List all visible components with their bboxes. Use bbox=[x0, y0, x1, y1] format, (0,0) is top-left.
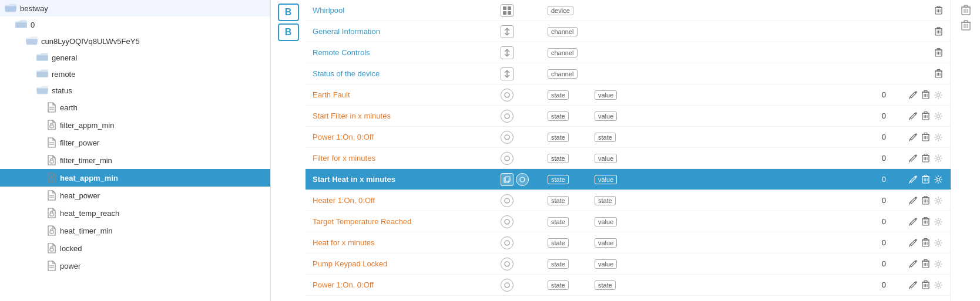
tree-item-bestway[interactable]: bestway bbox=[0, 0, 270, 16]
tree-item-locked[interactable]: locked bbox=[0, 239, 270, 257]
delete-button-filter_timer_min_row[interactable] bbox=[921, 153, 931, 164]
row-sub-heat_appm_min_row: value bbox=[595, 175, 642, 184]
row-type-heat_temp_reach_row: state bbox=[548, 217, 595, 226]
tree-item-0[interactable]: 0 bbox=[0, 16, 270, 33]
state-icon bbox=[501, 258, 514, 270]
gear-button-power_row[interactable] bbox=[933, 280, 944, 290]
main-row-filter_appm_min_row[interactable]: Start Filter in x minutes statevalue0 bbox=[306, 106, 951, 127]
tree-item-heat_temp_reach[interactable]: heat_temp_reach bbox=[0, 204, 270, 222]
delete-button-whirlpool[interactable] bbox=[934, 5, 944, 16]
edit-button-power_row[interactable] bbox=[908, 280, 918, 290]
svg-line-120 bbox=[909, 266, 910, 268]
delete-button-general_info[interactable] bbox=[934, 26, 944, 37]
tree-item-filter_timer_min[interactable]: filter_timer_min bbox=[0, 151, 270, 169]
main-row-earth_row[interactable]: Earth Fault statevalue0 bbox=[306, 84, 951, 106]
row-actions-locked_row bbox=[891, 258, 944, 269]
row-label-status_device: Status of the device bbox=[313, 69, 380, 78]
tree-item-earth[interactable]: earth bbox=[0, 99, 270, 116]
b-buttons-panel: B B bbox=[270, 0, 306, 301]
b-button-1[interactable]: B bbox=[278, 4, 299, 21]
top-delete-btn-1[interactable] bbox=[960, 4, 972, 16]
row-sub-heat_power_row: state bbox=[595, 196, 642, 205]
edit-button-filter_power_row[interactable] bbox=[908, 132, 918, 143]
svg-rect-20 bbox=[937, 6, 940, 8]
main-row-status_device[interactable]: Status of the device channel bbox=[306, 63, 951, 84]
edit-button-heat_temp_reach_row[interactable] bbox=[908, 217, 918, 227]
svg-rect-17 bbox=[508, 11, 511, 15]
main-row-heat_appm_min_row[interactable]: Start Heat in x minutes statevalue0 bbox=[306, 169, 951, 190]
delete-button-status_device[interactable] bbox=[934, 68, 944, 79]
row-type-heat_timer_min_row: state bbox=[548, 238, 595, 248]
b-button-2[interactable]: B bbox=[278, 23, 299, 41]
delete-button-heat_timer_min_row[interactable] bbox=[921, 237, 931, 248]
delete-button-heat_temp_reach_row[interactable] bbox=[921, 216, 931, 227]
type-badge-status_device: channel bbox=[548, 69, 578, 79]
delete-button-heat_power_row[interactable] bbox=[921, 195, 931, 206]
tree-item-filter_appm_min[interactable]: filter_appm_min bbox=[0, 116, 270, 134]
main-row-filter_timer_min_row[interactable]: Filter for x minutes statevalue0 bbox=[306, 148, 951, 169]
sub-badge-filter_power_row: state bbox=[595, 133, 616, 142]
main-row-general_info[interactable]: General Information channel bbox=[306, 21, 951, 42]
delete-button-filter_power_row[interactable] bbox=[921, 131, 931, 143]
tree-item-heat_appm_min[interactable]: heat_appm_min bbox=[0, 169, 270, 187]
gear-button-filter_appm_min_row[interactable] bbox=[933, 111, 944, 121]
row-actions-filter_appm_min_row bbox=[891, 110, 944, 121]
channel-icon bbox=[501, 46, 514, 59]
gear-button-earth_row[interactable] bbox=[933, 90, 944, 100]
gear-button-heat_timer_min_row[interactable] bbox=[933, 238, 944, 248]
tree-item-power[interactable]: power bbox=[0, 257, 270, 275]
top-delete-btn-2[interactable] bbox=[960, 19, 972, 32]
tree-item-cun8LyyOQIVq8ULWv5FeY5[interactable]: cun8LyyOQIVq8ULWv5FeY5 bbox=[0, 33, 270, 49]
main-row-heat_timer_min_row[interactable]: Heat for x minutes statevalue0 bbox=[306, 232, 951, 253]
gear-button-filter_power_row[interactable] bbox=[933, 132, 944, 143]
main-row-remote_controls[interactable]: Remote Controls channel bbox=[306, 42, 951, 63]
svg-point-45 bbox=[505, 93, 509, 97]
trash-icon bbox=[922, 238, 929, 247]
edit-icon bbox=[909, 154, 917, 163]
delete-button-power_row[interactable] bbox=[921, 279, 931, 290]
row-icon-col-locked_row bbox=[501, 258, 548, 270]
main-row-whirlpool[interactable]: Whirlpool device bbox=[306, 0, 951, 21]
tree-icon-0 bbox=[15, 20, 27, 29]
edit-button-locked_row[interactable] bbox=[908, 259, 918, 269]
edit-button-heat_power_row[interactable] bbox=[908, 195, 918, 206]
main-row-heat_power_row[interactable]: Heater 1:On, 0:Off statestate0 bbox=[306, 190, 951, 211]
delete-button-filter_appm_min_row[interactable] bbox=[921, 110, 931, 121]
row-value-locked_row: 0 bbox=[642, 259, 891, 268]
main-row-heat_temp_reach_row[interactable]: Target Temperature Reached statevalue0 bbox=[306, 211, 951, 232]
main-row-power_row[interactable]: Power 1:On, 0:Off statestate0 bbox=[306, 275, 951, 296]
main-row-filter_power_row[interactable]: Power 1:On, 0:Off statestate0 bbox=[306, 127, 951, 148]
trash-icon bbox=[922, 154, 929, 163]
tree-item-heat_timer_min[interactable]: heat_timer_min bbox=[0, 222, 270, 239]
edit-icon bbox=[909, 239, 917, 247]
edit-button-heat_appm_min_row[interactable] bbox=[908, 174, 918, 185]
tree-item-filter_power[interactable]: filter_power bbox=[0, 134, 270, 151]
row-sub-earth_row: value bbox=[595, 90, 642, 100]
tree-item-general[interactable]: general bbox=[0, 49, 270, 66]
gear-button-heat_power_row[interactable] bbox=[933, 195, 944, 206]
gear-button-heat_temp_reach_row[interactable] bbox=[933, 217, 944, 227]
edit-button-filter_appm_min_row[interactable] bbox=[908, 111, 918, 121]
tree-item-status[interactable]: status bbox=[0, 82, 270, 99]
delete-button-remote_controls[interactable] bbox=[934, 47, 944, 58]
tree-item-heat_power[interactable]: heat_power bbox=[0, 187, 270, 204]
gear-icon bbox=[934, 260, 942, 268]
delete-button-locked_row[interactable] bbox=[921, 258, 931, 269]
delete-button-earth_row[interactable] bbox=[921, 89, 931, 100]
gear-button-locked_row[interactable] bbox=[933, 259, 944, 269]
edit-button-filter_timer_min_row[interactable] bbox=[908, 153, 918, 164]
trash-icon bbox=[922, 259, 929, 268]
row-name-heat_power_row: Heater 1:On, 0:Off bbox=[313, 196, 501, 205]
row-type-general_info: channel bbox=[548, 27, 595, 36]
edit-button-heat_timer_min_row[interactable] bbox=[908, 238, 918, 248]
tree-label-heat_timer_min: heat_timer_min bbox=[60, 226, 113, 235]
gear-button-heat_appm_min_row[interactable] bbox=[933, 174, 944, 185]
row-type-filter_timer_min_row: state bbox=[548, 154, 595, 163]
main-row-locked_row[interactable]: Pump Keypad Locked statevalue0 bbox=[306, 253, 951, 275]
trash-icon bbox=[935, 6, 942, 15]
row-actions-general_info bbox=[891, 26, 944, 37]
gear-button-filter_timer_min_row[interactable] bbox=[933, 153, 944, 164]
tree-item-remote[interactable]: remote bbox=[0, 66, 270, 82]
edit-button-earth_row[interactable] bbox=[908, 90, 918, 100]
delete-button-heat_appm_min_row[interactable] bbox=[921, 174, 931, 185]
